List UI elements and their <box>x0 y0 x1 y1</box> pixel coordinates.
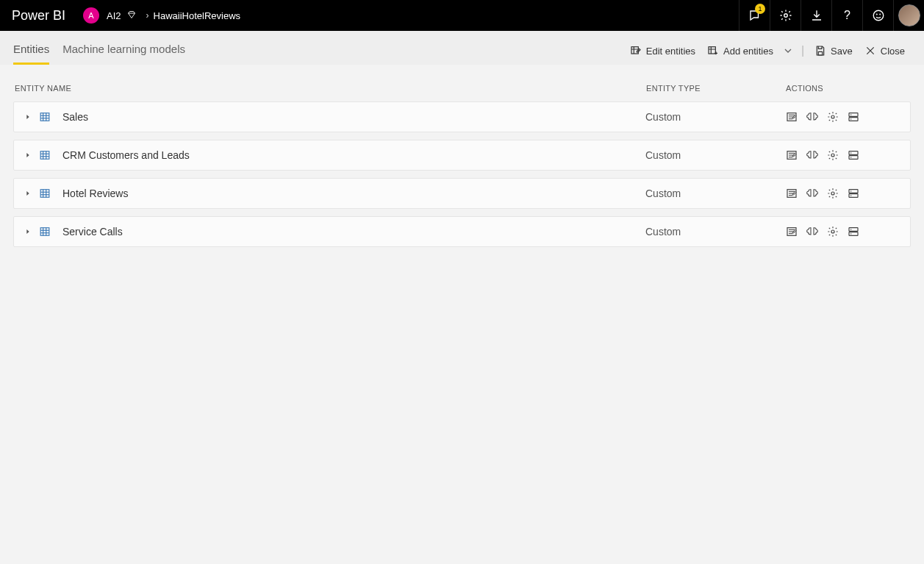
refresh-action-icon[interactable] <box>847 111 860 123</box>
entity-type: Custom <box>645 226 785 238</box>
settings-button[interactable] <box>770 0 801 31</box>
ml-action-icon[interactable] <box>806 111 819 123</box>
table-icon <box>39 150 51 160</box>
chevron-down-icon <box>782 45 794 57</box>
notifications-button[interactable]: 1 <box>739 0 770 31</box>
edit-action-icon[interactable] <box>785 226 798 238</box>
close-button[interactable]: Close <box>859 42 911 60</box>
expand-caret-icon[interactable] <box>24 190 32 197</box>
content: Entity Name Entity Type Actions Sales Cu… <box>0 65 924 247</box>
refresh-action-icon[interactable] <box>847 188 860 199</box>
edit-action-icon[interactable] <box>785 149 798 161</box>
table-icon <box>39 112 51 122</box>
command-separator: | <box>801 44 804 57</box>
settings-action-icon[interactable] <box>826 188 839 199</box>
entity-actions <box>785 188 903 199</box>
feedback-button[interactable] <box>862 0 893 31</box>
save-icon <box>814 45 826 57</box>
save-button[interactable]: Save <box>809 42 859 60</box>
entity-list: Sales Custom CRM Customers and Leads Cus… <box>13 101 911 247</box>
brand-label: Power BI <box>12 8 65 24</box>
svg-point-2 <box>876 14 877 15</box>
tabs: Entities Machine learning models <box>13 37 185 65</box>
ml-action-icon[interactable] <box>806 226 819 238</box>
refresh-action-icon[interactable] <box>847 226 860 238</box>
entity-name: Hotel Reviews <box>62 188 128 199</box>
add-entities-button[interactable]: Add entities <box>701 42 779 60</box>
avatar <box>898 4 920 26</box>
add-entities-label: Add entities <box>723 46 773 57</box>
breadcrumb-item[interactable]: HawaiiHotelReviews <box>154 10 241 21</box>
command-bar: Entities Machine learning models Edit en… <box>0 31 924 65</box>
ml-action-icon[interactable] <box>806 188 819 199</box>
help-button[interactable]: ? <box>831 0 862 31</box>
entity-name: Sales <box>62 111 88 123</box>
entity-row[interactable]: Hotel Reviews Custom <box>13 178 911 209</box>
top-bar: Power BI A AI2 › HawaiiHotelReviews 1 ? <box>0 0 924 31</box>
settings-action-icon[interactable] <box>826 226 839 238</box>
entity-type: Custom <box>645 188 785 199</box>
edit-icon <box>630 45 642 57</box>
add-entities-dropdown[interactable] <box>779 42 797 60</box>
entity-type: Custom <box>645 149 785 161</box>
download-button[interactable] <box>801 0 831 31</box>
entity-row[interactable]: Service Calls Custom <box>13 216 911 247</box>
notification-badge: 1 <box>755 4 765 14</box>
breadcrumb-separator: › <box>146 10 149 21</box>
close-label: Close <box>881 46 905 57</box>
svg-point-0 <box>784 14 787 18</box>
svg-point-3 <box>879 14 880 15</box>
column-name: Entity Name <box>15 84 646 93</box>
tab-entities[interactable]: Entities <box>13 37 49 65</box>
entity-name: Service Calls <box>62 226 123 238</box>
column-type: Entity Type <box>646 84 786 93</box>
entity-actions <box>785 149 903 161</box>
settings-action-icon[interactable] <box>826 149 839 161</box>
profile-button[interactable] <box>893 0 924 31</box>
tab-ml-models[interactable]: Machine learning models <box>62 37 185 65</box>
entity-name: CRM Customers and Leads <box>62 149 190 161</box>
save-label: Save <box>831 46 853 57</box>
close-icon <box>864 45 876 57</box>
edit-entities-button[interactable]: Edit entities <box>624 42 701 60</box>
column-headers: Entity Name Entity Type Actions <box>13 71 911 101</box>
column-actions: Actions <box>786 84 903 93</box>
expand-caret-icon[interactable] <box>24 228 32 235</box>
entity-row[interactable]: Sales Custom <box>13 101 911 132</box>
edit-action-icon[interactable] <box>785 188 798 199</box>
workspace-name[interactable]: AI2 <box>107 10 121 21</box>
table-icon <box>39 226 51 237</box>
refresh-action-icon[interactable] <box>847 149 860 161</box>
table-icon <box>39 188 51 199</box>
svg-rect-5 <box>709 47 715 54</box>
entity-actions <box>785 111 903 123</box>
top-icons: 1 ? <box>739 0 924 31</box>
settings-action-icon[interactable] <box>826 111 839 123</box>
add-icon <box>707 45 719 57</box>
premium-icon <box>127 10 136 21</box>
entity-actions <box>785 226 903 238</box>
entity-type: Custom <box>645 111 785 123</box>
expand-caret-icon[interactable] <box>24 151 32 159</box>
expand-caret-icon[interactable] <box>24 113 32 121</box>
edit-action-icon[interactable] <box>785 111 798 123</box>
svg-point-1 <box>873 10 884 21</box>
edit-entities-label: Edit entities <box>646 46 695 57</box>
entity-row[interactable]: CRM Customers and Leads Custom <box>13 140 911 171</box>
workspace-badge[interactable]: A <box>83 7 99 24</box>
ml-action-icon[interactable] <box>806 149 819 161</box>
